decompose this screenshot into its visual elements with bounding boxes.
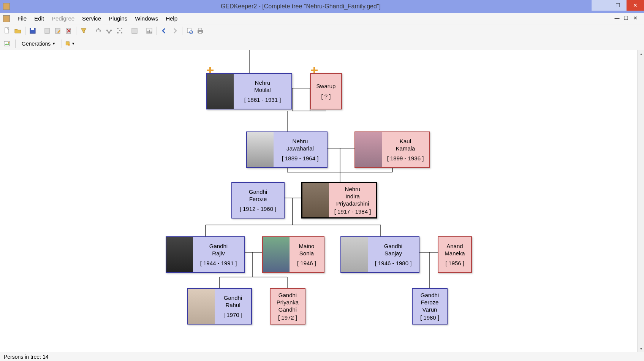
- edit-record-button[interactable]: [53, 26, 63, 36]
- person-name-line: Gandhi: [278, 306, 297, 314]
- generations-label: Generations: [22, 41, 51, 47]
- person-name-line: Nehru: [345, 186, 361, 193]
- stats-button[interactable]: [144, 26, 154, 36]
- person-dates: [ ? ]: [321, 93, 331, 100]
- person-name-line: Rahul: [225, 302, 240, 309]
- person-dates: [ 1970 ]: [223, 312, 242, 318]
- svg-rect-8: [100, 30, 101, 32]
- person-info: Gandhi Feroze Varun [ 1980 ]: [413, 289, 447, 324]
- close-button[interactable]: ✕: [627, 0, 644, 11]
- person-info: Kaul Kamala [ 1899 - 1936 ]: [382, 132, 429, 167]
- person-name-line: Gandhi: [249, 188, 267, 196]
- person-info: Gandhi Rajiv [ 1944 - 1991 ]: [193, 237, 244, 272]
- person-name-line: Gandhi: [421, 292, 439, 299]
- person-dates: [ 1972 ]: [278, 314, 297, 321]
- person-portrait: [263, 237, 290, 272]
- tree-canvas[interactable]: Nehru Motilal [ 1861 - 1931 ] Swarup [ ?…: [0, 50, 644, 352]
- person-info: Gandhi Sanjay [ 1946 - 1980 ]: [368, 237, 419, 272]
- menu-pedigree[interactable]: Pedigree: [48, 14, 78, 23]
- person-portrait: [355, 132, 382, 167]
- person-name-line: Priyadarshini: [336, 200, 369, 207]
- toolbar-tree: Generations ▼ ▼: [0, 37, 644, 50]
- person-info: Gandhi Feroze [ 1912 - 1960 ]: [232, 183, 284, 218]
- person-name-line: Maneka: [445, 250, 465, 257]
- add-record-button[interactable]: [43, 26, 52, 36]
- delete-record-button[interactable]: [64, 26, 74, 36]
- person-dates: [ 1861 - 1931 ]: [244, 97, 281, 103]
- print-preview-button[interactable]: [185, 26, 195, 36]
- menu-edit[interactable]: Edit: [30, 14, 48, 23]
- person-node-jawaharlal[interactable]: Nehru Jawaharlal [ 1889 - 1964 ]: [246, 131, 328, 168]
- person-node-varun[interactable]: Gandhi Feroze Varun [ 1980 ]: [412, 288, 448, 325]
- person-name-line: Kamala: [396, 145, 415, 152]
- modes-dropdown[interactable]: ▼: [65, 39, 75, 49]
- svg-rect-12: [119, 30, 120, 31]
- generations-dropdown[interactable]: Generations ▼: [19, 40, 59, 48]
- svg-point-28: [8, 42, 9, 43]
- mdi-icon: [3, 15, 10, 22]
- person-node-sonia[interactable]: Maino Sonia [ 1946 ]: [262, 236, 324, 273]
- person-node-maneka[interactable]: Anand Maneka [ 1956 ]: [438, 236, 472, 273]
- person-info: Swarup [ ? ]: [311, 74, 341, 109]
- maximize-button[interactable]: ☐: [609, 0, 627, 11]
- new-file-button[interactable]: [2, 26, 12, 36]
- person-node-rahul[interactable]: Gandhi Rahul [ 1970 ]: [187, 288, 252, 325]
- mdi-minimize-button[interactable]: —: [614, 16, 620, 22]
- person-dates: [ 1899 - 1936 ]: [387, 155, 424, 162]
- person-portrait: [302, 183, 329, 217]
- svg-rect-0: [5, 28, 9, 33]
- scroll-up-icon[interactable]: ▴: [638, 50, 644, 57]
- svg-rect-16: [121, 32, 122, 33]
- menu-help[interactable]: Help: [162, 14, 181, 23]
- save-button[interactable]: [28, 26, 38, 36]
- menu-file[interactable]: File: [14, 14, 30, 23]
- svg-rect-20: [149, 30, 150, 33]
- person-name-line: Nehru: [293, 138, 308, 145]
- mdi-close-button[interactable]: ✕: [632, 16, 639, 22]
- tree-descendants-button[interactable]: [104, 26, 114, 36]
- person-node-motilal[interactable]: Nehru Motilal [ 1861 - 1931 ]: [206, 73, 292, 109]
- person-portrait: [207, 74, 234, 109]
- pedigree-button[interactable]: [130, 26, 139, 36]
- menubar: File Edit Pedigree Service Plugins Windo…: [0, 13, 644, 24]
- image-save-button[interactable]: [2, 39, 12, 49]
- person-info: Gandhi Rahul [ 1970 ]: [215, 289, 251, 324]
- svg-rect-19: [147, 31, 149, 33]
- menu-windows[interactable]: Windows: [131, 14, 162, 23]
- app-icon: [3, 3, 10, 10]
- menu-plugins[interactable]: Plugins: [105, 14, 131, 23]
- tree-ancestors-button[interactable]: [93, 26, 103, 36]
- person-name-line: Jawaharlal: [286, 145, 314, 152]
- filter-button[interactable]: [79, 26, 89, 36]
- scroll-down-icon[interactable]: ▾: [638, 345, 644, 352]
- person-node-kamala[interactable]: Kaul Kamala [ 1899 - 1936 ]: [354, 131, 430, 168]
- tree-both-button[interactable]: [115, 26, 125, 36]
- person-portrait: [188, 289, 215, 324]
- nav-back-button[interactable]: [159, 26, 169, 36]
- person-name-line: Rajiv: [212, 250, 225, 257]
- nav-forward-button[interactable]: [170, 26, 180, 36]
- person-node-feroze[interactable]: Gandhi Feroze [ 1912 - 1960 ]: [231, 182, 285, 218]
- person-node-swarup[interactable]: Swarup [ ? ]: [310, 73, 342, 109]
- person-node-priyanka[interactable]: Gandhi Priyanka Gandhi [ 1972 ]: [270, 288, 305, 325]
- person-node-rajiv[interactable]: Gandhi Rajiv [ 1944 - 1991 ]: [166, 236, 245, 273]
- menu-service[interactable]: Service: [78, 14, 105, 23]
- svg-rect-6: [98, 28, 99, 29]
- open-file-button[interactable]: [13, 26, 23, 36]
- person-dates: [ 1889 - 1964 ]: [282, 155, 319, 162]
- minimize-button[interactable]: —: [592, 0, 609, 11]
- person-node-sanjay[interactable]: Gandhi Sanjay [ 1946 - 1980 ]: [340, 236, 419, 273]
- mdi-restore-button[interactable]: ❐: [623, 16, 630, 22]
- print-button[interactable]: [195, 26, 205, 36]
- vertical-scrollbar[interactable]: ▴ ▾: [637, 50, 644, 352]
- toolbar-separator: [157, 27, 157, 35]
- person-name-line: Varun: [422, 306, 437, 314]
- person-node-indira[interactable]: Nehru Indira Priyadarshini [ 1917 - 1984…: [301, 182, 377, 218]
- person-name-line: Gandhi: [278, 292, 297, 299]
- svg-rect-2: [31, 28, 34, 30]
- person-dates: [ 1912 - 1960 ]: [240, 206, 277, 212]
- status-persons-count: Persons in tree: 14: [4, 354, 49, 360]
- toolbar-separator: [76, 27, 76, 35]
- svg-point-30: [68, 44, 70, 46]
- toolbar-separator: [127, 27, 127, 35]
